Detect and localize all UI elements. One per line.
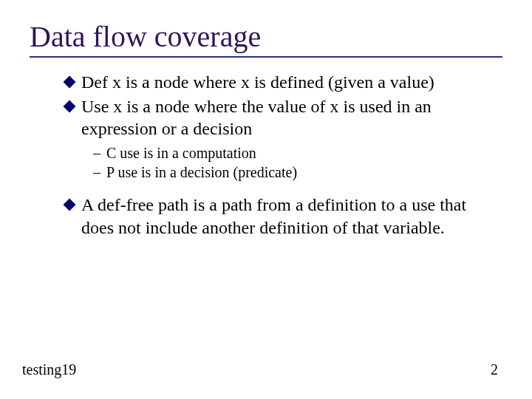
diamond-bullet-icon — [64, 199, 76, 211]
title-block: Data flow coverage — [30, 21, 502, 58]
sub-bullet-text: P use is in a decision (predicate) — [106, 163, 297, 182]
diamond-bullet-icon — [64, 100, 76, 112]
footer-page-number: 2 — [491, 361, 498, 378]
sub-bullet-item: – P use is in a decision (predicate) — [93, 163, 495, 182]
bullet-text: A def-free path is a path from a definit… — [81, 194, 495, 239]
dash-bullet-icon: – — [93, 143, 100, 163]
bullet-item: Use x is a node where the value of x is … — [65, 95, 495, 140]
bullet-text: Use x is a node where the value of x is … — [81, 95, 495, 140]
bullet-item: A def-free path is a path from a definit… — [65, 194, 495, 239]
title-underline — [30, 56, 502, 58]
footer-left: testing19 — [22, 361, 76, 378]
diamond-bullet-icon — [64, 76, 76, 89]
slide-body: Def x is a node where x is defined (give… — [30, 71, 502, 239]
bullet-text: Def x is a node where x is defined (give… — [81, 71, 495, 94]
dash-bullet-icon: – — [93, 163, 100, 182]
sub-bullet-list: – C use is in a computation – P use is i… — [65, 143, 495, 182]
sub-bullet-item: – C use is in a computation — [93, 143, 495, 163]
slide: Data flow coverage Def x is a node where… — [0, 0, 532, 399]
bullet-item: Def x is a node where x is defined (give… — [65, 71, 495, 94]
sub-bullet-text: C use is in a computation — [106, 143, 256, 163]
slide-title: Data flow coverage — [30, 21, 502, 53]
